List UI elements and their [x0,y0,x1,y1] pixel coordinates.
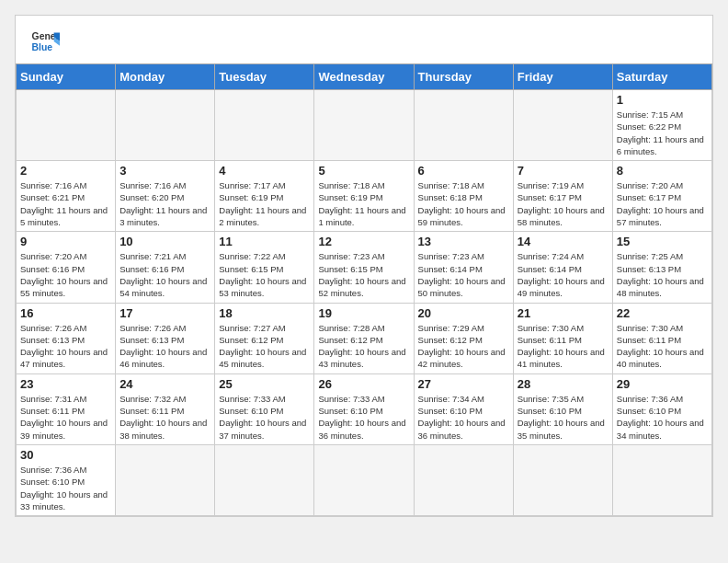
day-number: 3 [119,164,210,178]
day-info: Sunrise: 7:16 AM Sunset: 6:21 PM Dayligh… [20,179,111,228]
day-info: Sunrise: 7:26 AM Sunset: 6:13 PM Dayligh… [20,322,111,371]
weekday-header-row: SundayMondayTuesdayWednesdayThursdayFrid… [17,64,712,90]
day-info: Sunrise: 7:23 AM Sunset: 6:15 PM Dayligh… [318,250,409,299]
day-info: Sunrise: 7:36 AM Sunset: 6:10 PM Dayligh… [617,393,708,442]
weekday-header-sunday: Sunday [17,64,116,90]
day-info: Sunrise: 7:20 AM Sunset: 6:16 PM Dayligh… [20,250,111,299]
calendar-cell [414,444,513,515]
day-info: Sunrise: 7:33 AM Sunset: 6:10 PM Dayligh… [318,393,409,442]
calendar-cell: 12Sunrise: 7:23 AM Sunset: 6:15 PM Dayli… [314,232,414,303]
calendar-row-3: 16Sunrise: 7:26 AM Sunset: 6:13 PM Dayli… [17,303,712,373]
calendar-cell: 23Sunrise: 7:31 AM Sunset: 6:11 PM Dayli… [17,373,116,444]
day-info: Sunrise: 7:28 AM Sunset: 6:12 PM Dayligh… [318,322,409,371]
day-info: Sunrise: 7:27 AM Sunset: 6:12 PM Dayligh… [219,322,310,371]
day-info: Sunrise: 7:22 AM Sunset: 6:15 PM Dayligh… [219,250,310,299]
calendar-cell: 24Sunrise: 7:32 AM Sunset: 6:11 PM Dayli… [116,373,215,444]
day-info: Sunrise: 7:17 AM Sunset: 6:19 PM Dayligh… [219,179,310,228]
calendar-row-5: 30Sunrise: 7:36 AM Sunset: 6:10 PM Dayli… [17,444,712,515]
calendar-cell [116,90,215,161]
calendar-cell [513,90,612,161]
calendar-row-4: 23Sunrise: 7:31 AM Sunset: 6:11 PM Dayli… [17,373,712,444]
day-number: 18 [219,306,310,320]
day-info: Sunrise: 7:20 AM Sunset: 6:17 PM Dayligh… [617,179,708,228]
calendar-cell: 22Sunrise: 7:30 AM Sunset: 6:11 PM Dayli… [612,303,711,373]
day-number: 22 [617,306,708,320]
weekday-header-tuesday: Tuesday [215,64,314,90]
logo-icon: General Blue [30,27,60,56]
calendar-cell: 6Sunrise: 7:18 AM Sunset: 6:18 PM Daylig… [414,161,513,232]
day-info: Sunrise: 7:18 AM Sunset: 6:18 PM Dayligh… [418,179,509,228]
day-number: 9 [20,235,111,248]
weekday-header-thursday: Thursday [414,64,513,90]
day-info: Sunrise: 7:23 AM Sunset: 6:14 PM Dayligh… [418,250,509,299]
calendar-cell [215,90,314,161]
svg-text:Blue: Blue [32,42,53,52]
calendar-cell: 26Sunrise: 7:33 AM Sunset: 6:10 PM Dayli… [314,373,414,444]
weekday-header-friday: Friday [513,64,612,90]
calendar-cell: 17Sunrise: 7:26 AM Sunset: 6:13 PM Dayli… [116,303,215,373]
day-number: 11 [219,235,310,248]
calendar-cell: 18Sunrise: 7:27 AM Sunset: 6:12 PM Dayli… [215,303,314,373]
calendar-row-1: 2Sunrise: 7:16 AM Sunset: 6:21 PM Daylig… [17,161,712,232]
day-info: Sunrise: 7:36 AM Sunset: 6:10 PM Dayligh… [20,464,111,512]
calendar-cell: 5Sunrise: 7:18 AM Sunset: 6:19 PM Daylig… [314,161,414,232]
day-number: 19 [318,306,409,320]
calendar-cell: 25Sunrise: 7:33 AM Sunset: 6:10 PM Dayli… [215,373,314,444]
day-number: 25 [219,377,310,391]
calendar-cell [17,90,116,161]
weekday-header-monday: Monday [116,64,215,90]
calendar-cell [314,90,414,161]
day-info: Sunrise: 7:26 AM Sunset: 6:13 PM Dayligh… [119,322,210,371]
day-info: Sunrise: 7:30 AM Sunset: 6:11 PM Dayligh… [518,322,609,371]
day-info: Sunrise: 7:29 AM Sunset: 6:12 PM Dayligh… [418,322,509,371]
calendar-table: SundayMondayTuesdayWednesdayThursdayFrid… [16,63,712,516]
calendar-cell: 28Sunrise: 7:35 AM Sunset: 6:10 PM Dayli… [513,373,612,444]
day-number: 28 [518,377,609,391]
day-info: Sunrise: 7:15 AM Sunset: 6:22 PM Dayligh… [617,109,708,157]
day-info: Sunrise: 7:33 AM Sunset: 6:10 PM Dayligh… [219,393,310,442]
day-number: 30 [20,448,111,462]
calendar-header: General Blue [16,16,712,63]
calendar-cell [215,444,314,515]
calendar-cell [314,444,414,515]
day-number: 4 [219,164,310,178]
calendar-cell: 8Sunrise: 7:20 AM Sunset: 6:17 PM Daylig… [612,161,711,232]
day-number: 27 [418,377,509,391]
calendar-row-0: 1Sunrise: 7:15 AM Sunset: 6:22 PM Daylig… [17,90,712,161]
day-number: 7 [518,164,609,178]
calendar-cell: 10Sunrise: 7:21 AM Sunset: 6:16 PM Dayli… [116,232,215,303]
day-number: 12 [318,235,409,248]
calendar-cell: 16Sunrise: 7:26 AM Sunset: 6:13 PM Dayli… [17,303,116,373]
day-info: Sunrise: 7:24 AM Sunset: 6:14 PM Dayligh… [518,250,609,299]
day-number: 16 [20,306,111,320]
calendar-cell [414,90,513,161]
calendar-cell [513,444,612,515]
calendar-cell: 1Sunrise: 7:15 AM Sunset: 6:22 PM Daylig… [612,90,711,161]
calendar-cell: 9Sunrise: 7:20 AM Sunset: 6:16 PM Daylig… [17,232,116,303]
day-info: Sunrise: 7:34 AM Sunset: 6:10 PM Dayligh… [418,393,509,442]
calendar-cell: 14Sunrise: 7:24 AM Sunset: 6:14 PM Dayli… [513,232,612,303]
day-number: 8 [617,164,708,178]
day-info: Sunrise: 7:32 AM Sunset: 6:11 PM Dayligh… [119,393,210,442]
day-info: Sunrise: 7:25 AM Sunset: 6:13 PM Dayligh… [617,250,708,299]
calendar-cell: 30Sunrise: 7:36 AM Sunset: 6:10 PM Dayli… [17,444,116,515]
calendar-cell: 21Sunrise: 7:30 AM Sunset: 6:11 PM Dayli… [513,303,612,373]
day-number: 15 [617,235,708,248]
day-number: 5 [318,164,409,178]
weekday-header-saturday: Saturday [612,64,711,90]
day-number: 6 [418,164,509,178]
day-info: Sunrise: 7:18 AM Sunset: 6:19 PM Dayligh… [318,179,409,228]
day-number: 24 [119,377,210,391]
calendar-cell: 27Sunrise: 7:34 AM Sunset: 6:10 PM Dayli… [414,373,513,444]
weekday-header-wednesday: Wednesday [314,64,414,90]
calendar-cell: 4Sunrise: 7:17 AM Sunset: 6:19 PM Daylig… [215,161,314,232]
logo: General Blue [30,27,60,56]
day-info: Sunrise: 7:19 AM Sunset: 6:17 PM Dayligh… [518,179,609,228]
day-number: 17 [119,306,210,320]
calendar-cell: 3Sunrise: 7:16 AM Sunset: 6:20 PM Daylig… [116,161,215,232]
day-number: 1 [617,93,708,107]
day-number: 14 [518,235,609,248]
day-number: 13 [418,235,509,248]
day-number: 21 [518,306,609,320]
day-number: 26 [318,377,409,391]
